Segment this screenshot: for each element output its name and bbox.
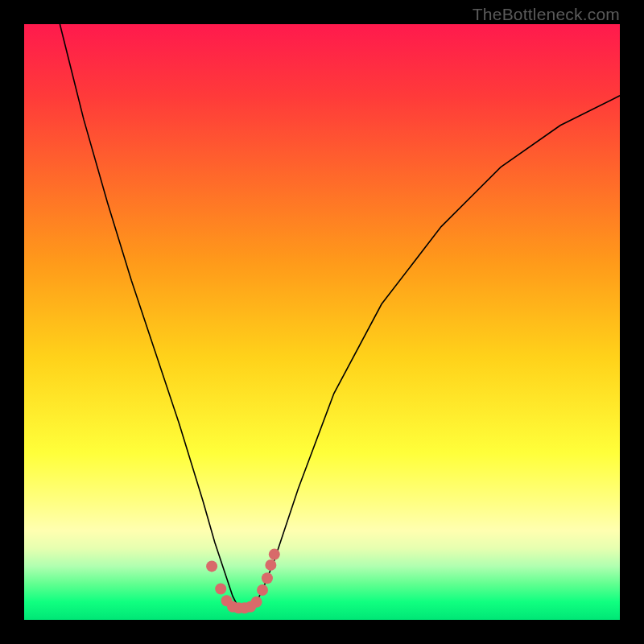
chart-svg [24,24,620,620]
watermark-text: TheBottleneck.com [473,5,620,24]
marker-dot [206,560,217,572]
marker-group [206,549,280,614]
chart-stage: TheBottleneck.com [0,0,644,644]
bottleneck-curve [60,24,620,608]
plot-area [24,24,620,620]
marker-dot [251,597,262,608]
marker-dot [262,572,273,584]
marker-dot [257,584,268,596]
marker-dot [215,584,226,595]
marker-dot [269,549,280,560]
marker-dot [265,559,276,571]
